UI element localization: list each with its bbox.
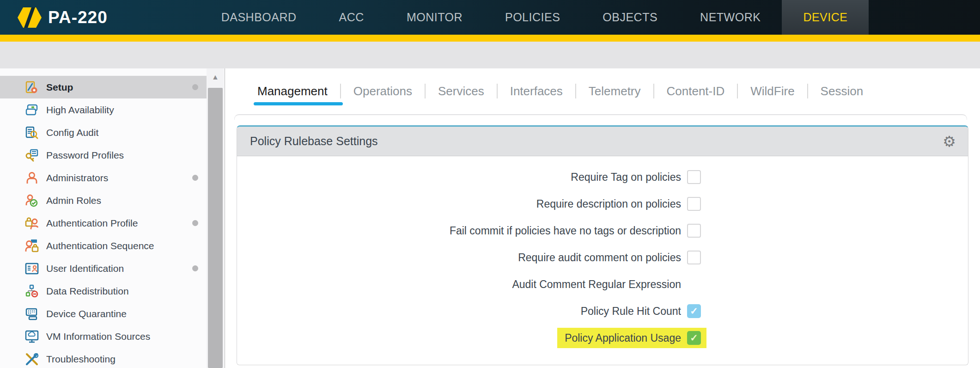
- tab-session[interactable]: Session: [808, 84, 876, 98]
- scrollbar-thumb[interactable]: [208, 88, 223, 368]
- nav-monitor[interactable]: MONITOR: [385, 0, 484, 35]
- device-quarantine-icon: [25, 307, 39, 321]
- setting-row-require-tag: Require Tag on policies: [237, 164, 701, 190]
- troubleshooting-icon: [25, 352, 39, 366]
- setup-icon: [25, 80, 39, 94]
- device-tabs: Management Operations Services Interface…: [257, 80, 876, 102]
- status-dot: [192, 84, 198, 90]
- setting-label: Require description on policies: [536, 198, 681, 210]
- top-nav: DASHBOARD ACC MONITOR POLICIES OBJECTS N…: [200, 0, 869, 35]
- setting-label: Fail commit if policies have no tags or …: [450, 225, 681, 237]
- sidebar-item-password-profiles[interactable]: Password Profiles: [0, 144, 207, 166]
- app-header: PA-220 DASHBOARD ACC MONITOR POLICIES OB…: [0, 0, 980, 35]
- gear-icon[interactable]: ⚙: [943, 134, 956, 149]
- sidebar-item-device-quarantine[interactable]: Device Quarantine: [0, 302, 207, 325]
- nav-device[interactable]: DEVICE: [782, 0, 869, 35]
- nav-dashboard[interactable]: DASHBOARD: [200, 0, 318, 35]
- authentication-sequence-icon: [25, 239, 39, 253]
- sidebar-item-label: Data Redistribution: [46, 286, 129, 297]
- logo: PA-220: [18, 6, 108, 29]
- tab-management[interactable]: Management: [257, 84, 340, 98]
- setting-label: Require Tag on policies: [571, 171, 681, 184]
- policy-rule-hit-count-checkbox[interactable]: ✓: [687, 304, 701, 318]
- policy-application-usage-checkbox[interactable]: ✓: [687, 331, 701, 345]
- setting-label: Policy Rule Hit Count: [581, 305, 681, 318]
- data-redistribution-icon: [25, 284, 39, 298]
- panel-body: Require Tag on policies Require descript…: [237, 156, 968, 351]
- sidebar-item-label: Authentication Profile: [46, 218, 138, 229]
- setting-label[interactable]: Audit Comment Regular Expression: [512, 278, 681, 291]
- require-description-checkbox[interactable]: [687, 197, 701, 211]
- sidebar-item-label: Administrators: [46, 172, 108, 184]
- sidebar-scrollbar[interactable]: ▲: [207, 68, 224, 368]
- setting-row-policy-application-usage: Policy Application Usage ✓: [237, 325, 701, 351]
- check-icon: ✓: [690, 332, 698, 343]
- nav-objects[interactable]: OBJECTS: [581, 0, 679, 35]
- vm-information-sources-icon: [25, 330, 39, 343]
- setting-label: Require audit comment on policies: [518, 251, 681, 264]
- panel-header: Policy Rulebase Settings ⚙: [237, 127, 968, 156]
- tab-telemetry[interactable]: Telemetry: [576, 84, 653, 98]
- highlight-band: Policy Application Usage ✓: [557, 328, 706, 348]
- panel-title: Policy Rulebase Settings: [250, 135, 378, 148]
- paloalto-logo-icon: [18, 6, 42, 29]
- authentication-profile-icon: [25, 216, 39, 230]
- tab-wildfire[interactable]: WildFire: [738, 84, 807, 98]
- sidebar-item-label: Setup: [46, 82, 73, 93]
- sidebar-item-label: Troubleshooting: [46, 354, 116, 365]
- sidebar-item-label: User Identification: [46, 263, 124, 274]
- tab-content-id[interactable]: Content-ID: [654, 84, 737, 98]
- sidebar-item-setup[interactable]: Setup: [0, 76, 207, 98]
- require-tag-checkbox[interactable]: [687, 170, 701, 184]
- sidebar-item-label: Config Audit: [46, 127, 98, 138]
- scroll-up-button[interactable]: ▲: [207, 68, 224, 86]
- setting-row-fail-commit: Fail commit if policies have no tags or …: [237, 217, 701, 244]
- sidebar-item-label: Device Quarantine: [46, 308, 127, 319]
- sidebar-item-user-identification[interactable]: User Identification: [0, 257, 207, 280]
- nav-acc[interactable]: ACC: [318, 0, 385, 35]
- sidebar-item-label: VM Information Sources: [46, 331, 150, 342]
- sidebar-item-config-audit[interactable]: Config Audit: [0, 121, 207, 144]
- setting-label: Policy Application Usage: [565, 332, 681, 344]
- sidebar-item-label: Admin Roles: [46, 195, 101, 206]
- status-dot: [192, 175, 198, 181]
- sidebar: Setup High Availability Config Audit Pas…: [0, 68, 207, 368]
- setting-row-policy-rule-hit-count: Policy Rule Hit Count ✓: [237, 298, 701, 325]
- nav-network[interactable]: NETWORK: [679, 0, 782, 35]
- sidebar-item-high-availability[interactable]: High Availability: [0, 98, 207, 121]
- main-content: Management Operations Services Interface…: [225, 68, 980, 368]
- sidebar-item-label: Authentication Sequence: [46, 240, 154, 251]
- accent-bar: [0, 35, 980, 42]
- user-identification-icon: [25, 262, 39, 276]
- setting-row-require-audit-comment: Require audit comment on policies: [237, 244, 701, 271]
- status-dot: [192, 220, 198, 226]
- status-dot: [192, 265, 198, 271]
- device-name: PA-220: [48, 8, 108, 27]
- high-availability-icon: [25, 103, 39, 117]
- sidebar-item-vm-information-sources[interactable]: VM Information Sources: [0, 325, 207, 348]
- sidebar-item-authentication-profile[interactable]: Authentication Profile: [0, 212, 207, 234]
- require-audit-comment-checkbox[interactable]: [687, 251, 701, 264]
- check-icon: ✓: [690, 306, 698, 317]
- sidebar-item-label: High Availability: [46, 104, 114, 116]
- content-container-edge: [234, 114, 967, 120]
- policy-rulebase-settings-panel: Policy Rulebase Settings ⚙ Require Tag o…: [237, 125, 968, 365]
- fail-commit-checkbox[interactable]: [687, 224, 701, 238]
- administrators-icon: [25, 171, 39, 185]
- admin-roles-icon: [25, 194, 39, 208]
- sidebar-item-data-redistribution[interactable]: Data Redistribution: [0, 280, 207, 302]
- sidebar-item-admin-roles[interactable]: Admin Roles: [0, 189, 207, 212]
- setting-row-require-description: Require description on policies: [237, 190, 701, 217]
- config-audit-icon: [25, 126, 39, 140]
- sidebar-item-troubleshooting[interactable]: Troubleshooting: [0, 348, 207, 368]
- tab-interfaces[interactable]: Interfaces: [498, 84, 575, 98]
- sidebar-item-authentication-sequence[interactable]: Authentication Sequence: [0, 234, 207, 257]
- sidebar-item-administrators[interactable]: Administrators: [0, 166, 207, 189]
- tab-services[interactable]: Services: [426, 84, 497, 98]
- sidebar-item-label: Password Profiles: [46, 150, 124, 161]
- nav-policies[interactable]: POLICIES: [484, 0, 581, 35]
- tab-operations[interactable]: Operations: [341, 84, 425, 98]
- scroll-up-icon: ▲: [212, 73, 219, 81]
- password-profiles-icon: [25, 148, 39, 162]
- setting-row-audit-comment-regex: Audit Comment Regular Expression: [237, 271, 701, 298]
